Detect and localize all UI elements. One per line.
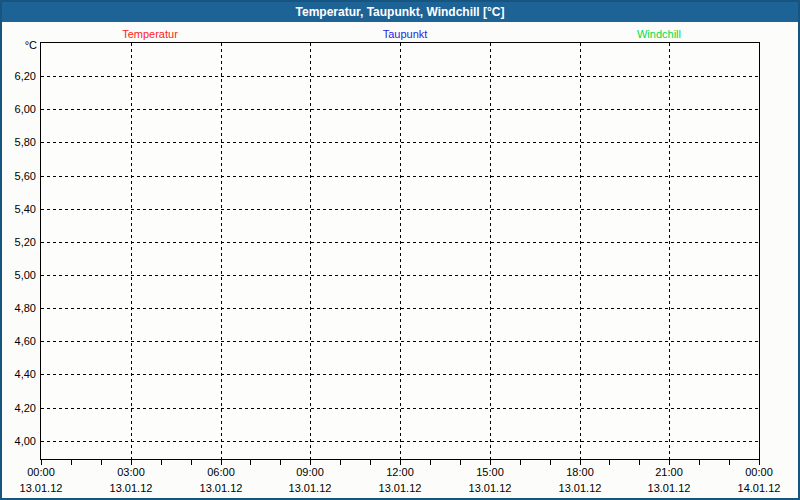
gridline-vertical: [669, 43, 670, 459]
x-axis-tick-mark: [460, 460, 461, 465]
legend-item-taupunkt: Taupunkt: [383, 28, 428, 40]
x-axis-tick-mark: [430, 460, 431, 465]
x-axis-tick-mark: [340, 460, 341, 465]
x-axis-tick-mark: [490, 460, 491, 465]
gridline-vertical: [490, 43, 491, 459]
x-axis-date-label: 13.01.12: [91, 482, 171, 494]
x-axis-tick-mark: [759, 460, 760, 465]
x-axis-tick-mark: [550, 460, 551, 465]
y-axis-tick-label: 4,00: [2, 434, 36, 448]
x-axis-time-label: 21:00: [629, 466, 709, 478]
x-axis-time-label: 00:00: [719, 466, 799, 478]
y-axis-tick-label: 4,80: [2, 301, 36, 315]
x-axis-date-label: 13.01.12: [270, 482, 350, 494]
x-axis-time-label: 18:00: [540, 466, 620, 478]
y-axis-tick-label: 4,40: [2, 367, 36, 381]
x-axis-tick-mark: [729, 460, 730, 465]
gridline-vertical: [580, 43, 581, 459]
plot-area: [40, 42, 760, 460]
x-axis-date-label: 13.01.12: [450, 482, 530, 494]
gridline-vertical: [131, 43, 132, 459]
x-axis-tick-mark: [71, 460, 72, 465]
x-axis-time-label: 15:00: [450, 466, 530, 478]
y-axis-tick-label: 5,60: [2, 169, 36, 183]
x-axis-time-label: 06:00: [181, 466, 261, 478]
y-axis-tick-label: 5,20: [2, 235, 36, 249]
y-axis-tick-label: 4,20: [2, 401, 36, 415]
y-axis-tick-label: 4,60: [2, 334, 36, 348]
x-axis-tick-mark: [191, 460, 192, 465]
gridline-vertical: [400, 43, 401, 459]
x-axis-tick-mark: [250, 460, 251, 465]
gridline-vertical: [221, 43, 222, 459]
x-axis-date-label: 13.01.12: [1, 482, 81, 494]
x-axis-tick-mark: [101, 460, 102, 465]
x-axis-date-label: 13.01.12: [629, 482, 709, 494]
x-axis-tick-mark: [520, 460, 521, 465]
x-axis-tick-mark: [310, 460, 311, 465]
x-axis-time-label: 09:00: [270, 466, 350, 478]
x-axis-tick-mark: [639, 460, 640, 465]
legend-item-temperatur: Temperatur: [122, 28, 178, 40]
chart-legend: Temperatur Taupunkt Windchill: [2, 24, 798, 40]
x-axis-tick-mark: [400, 460, 401, 465]
x-axis-tick-mark: [370, 460, 371, 465]
x-axis-tick-mark: [221, 460, 222, 465]
x-axis-tick-mark: [161, 460, 162, 465]
y-axis-tick-label: 5,00: [2, 268, 36, 282]
x-axis-date-label: 13.01.12: [360, 482, 440, 494]
x-axis-tick-mark: [580, 460, 581, 465]
legend-item-windchill: Windchill: [637, 28, 681, 40]
x-axis-tick-mark: [669, 460, 670, 465]
y-axis-tick-label: 6,20: [2, 69, 36, 83]
y-axis-tick-label: 5,80: [2, 135, 36, 149]
y-axis-unit-label: °C: [2, 39, 37, 51]
x-axis-tick-mark: [280, 460, 281, 465]
x-axis-tick-mark: [609, 460, 610, 465]
x-axis-date-label: 13.01.12: [181, 482, 261, 494]
x-axis-date-label: 14.01.12: [719, 482, 799, 494]
x-axis-time-label: 12:00: [360, 466, 440, 478]
y-axis-tick-label: 6,00: [2, 102, 36, 116]
x-axis-tick-mark: [699, 460, 700, 465]
y-axis-tick-label: 5,40: [2, 202, 36, 216]
x-axis-date-label: 13.01.12: [540, 482, 620, 494]
x-axis-tick-mark: [131, 460, 132, 465]
chart-window: Temperatur, Taupunkt, Windchill [°C] Tem…: [0, 0, 800, 500]
window-title: Temperatur, Taupunkt, Windchill [°C]: [2, 2, 798, 22]
x-axis-time-label: 00:00: [1, 466, 81, 478]
gridline-vertical: [310, 43, 311, 459]
x-axis-time-label: 03:00: [91, 466, 171, 478]
x-axis-tick-mark: [41, 460, 42, 465]
